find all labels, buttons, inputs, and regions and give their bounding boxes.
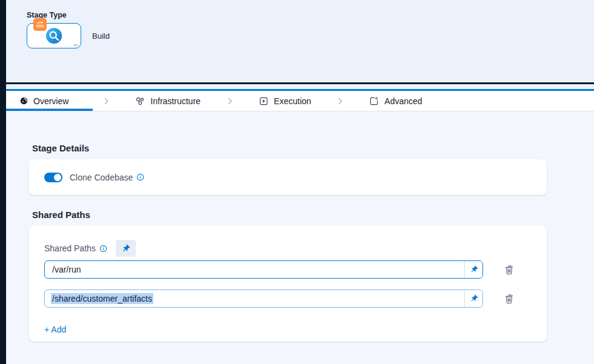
tab-execution[interactable]: Execution bbox=[243, 91, 327, 111]
build-stage-icon bbox=[45, 27, 63, 45]
chevron-right-icon bbox=[225, 91, 235, 111]
clone-codebase-label: Clone Codebase bbox=[70, 173, 133, 182]
infrastructure-icon bbox=[135, 96, 145, 106]
stage-tabs: Overview Infrastructure Execution bbox=[6, 91, 594, 111]
chevron-right-icon bbox=[101, 91, 111, 111]
stage-details-heading: Stage Details bbox=[32, 143, 594, 153]
panel-gap bbox=[6, 84, 594, 89]
shared-path-input-1[interactable]: /var/run bbox=[44, 260, 483, 279]
info-icon[interactable] bbox=[136, 173, 144, 181]
shared-path-value: /var/run bbox=[52, 265, 81, 274]
add-path-button[interactable]: + Add bbox=[44, 325, 66, 334]
tab-label: Advanced bbox=[384, 96, 422, 106]
stage-type-section: Stage Type bbox=[6, 0, 594, 82]
shared-path-value-selected: /shared/customer_artifacts bbox=[51, 293, 153, 304]
shared-paths-heading: Shared Paths bbox=[32, 210, 594, 220]
runtime-input-pin-button[interactable] bbox=[116, 240, 136, 257]
advanced-icon bbox=[369, 96, 379, 106]
shared-path-row: /var/run bbox=[44, 260, 547, 279]
tab-label: Overview bbox=[33, 96, 68, 106]
delete-path-button[interactable] bbox=[502, 262, 516, 277]
shared-paths-card: Shared Paths /var/run bbox=[29, 226, 547, 342]
left-edge-panel bbox=[0, 0, 6, 364]
pipeline-rollback-badge-icon bbox=[33, 18, 47, 31]
stage-type-label: Stage Type bbox=[27, 11, 594, 19]
tab-overview[interactable]: Overview bbox=[6, 91, 93, 111]
shared-path-row: /shared/customer_artifacts bbox=[44, 290, 547, 308]
chevron-right-icon bbox=[335, 91, 345, 111]
clone-codebase-toggle[interactable] bbox=[44, 173, 62, 182]
stage-type-value: Build bbox=[92, 31, 110, 41]
shared-path-input-2[interactable]: /shared/customer_artifacts bbox=[44, 290, 483, 308]
execution-icon bbox=[259, 96, 269, 106]
pin-icon[interactable] bbox=[464, 261, 482, 278]
info-icon[interactable] bbox=[99, 245, 107, 253]
overview-icon bbox=[20, 97, 28, 105]
tab-infrastructure[interactable]: Infrastructure bbox=[119, 91, 216, 111]
code-icon: </> bbox=[73, 43, 78, 47]
tab-label: Execution bbox=[274, 96, 311, 106]
overview-tab-content: Stage Details Clone Codebase Shared Path… bbox=[6, 111, 594, 342]
stage-type-card[interactable]: </> bbox=[27, 23, 81, 48]
tab-advanced[interactable]: Advanced bbox=[353, 91, 438, 111]
tab-label: Infrastructure bbox=[150, 96, 200, 106]
shared-paths-field-label: Shared Paths bbox=[44, 243, 96, 253]
delete-path-button[interactable] bbox=[502, 291, 516, 306]
stage-details-card: Clone Codebase bbox=[29, 159, 547, 195]
pin-icon[interactable] bbox=[464, 290, 482, 307]
